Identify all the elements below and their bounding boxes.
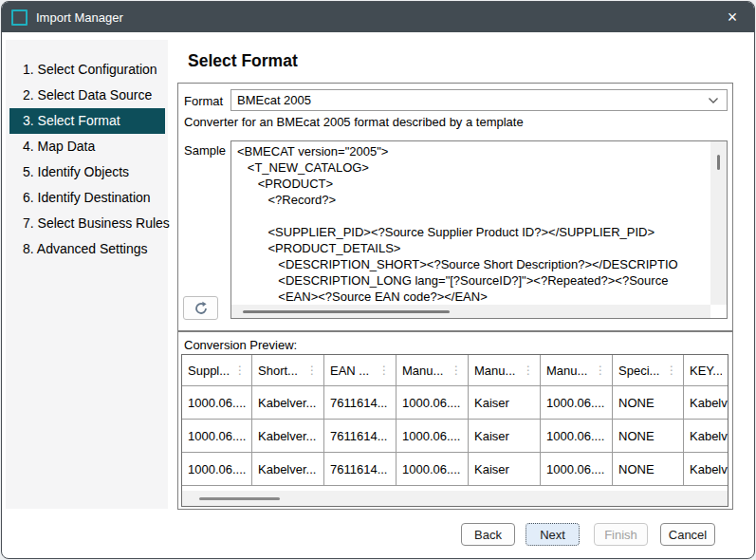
table-cell: Kabelv [684, 386, 728, 419]
column-header-label: KEY... [690, 364, 722, 378]
column-menu-icon[interactable]: ⋮ [591, 365, 606, 375]
sample-horizontal-scrollbar[interactable] [231, 305, 710, 318]
sidebar-item-select-data-source[interactable]: 2. Select Data Source [9, 83, 165, 108]
refresh-icon [194, 301, 209, 316]
titlebar[interactable]: Import Manager × [2, 2, 754, 32]
sample-line: <BMECAT version="2005"> [237, 143, 710, 159]
chevron-down-icon [708, 97, 719, 104]
table-row[interactable]: 1000.06.... Kabelver... 7611614... 1000.… [182, 453, 728, 486]
table-cell: Kaiser [469, 386, 541, 419]
sample-line: <DESCRIPTION_LONG lang="[?SourceID?]"><?… [237, 272, 710, 289]
page-title: Select Format [188, 51, 298, 71]
column-header-label: Manu... [402, 364, 447, 378]
table-cell: 1000.06.... [396, 453, 469, 485]
sidebar-item-identify-objects[interactable]: 5. Identify Objects [9, 159, 165, 185]
sidebar-item-select-configuration[interactable]: 1. Select Configuration [9, 57, 165, 83]
column-header[interactable]: Speci...⋮ [613, 355, 684, 385]
table-header-row: Suppl...⋮ Short...⋮ EAN ...⋮ Manu...⋮ Ma… [182, 355, 728, 386]
table-cell: 7611614... [324, 453, 396, 485]
table-cell: 7611614... [324, 386, 396, 419]
cancel-button[interactable]: Cancel [660, 523, 715, 546]
sample-label: Sample [184, 143, 226, 158]
sidebar-item-advanced-settings[interactable]: 8. Advanced Settings [9, 236, 165, 262]
sidebar-item-identify-destination[interactable]: 6. Identify Destination [9, 185, 165, 211]
table-row[interactable]: 1000.06.... Kabelver... 7611614... 1000.… [182, 420, 728, 453]
scrollbar-thumb[interactable] [199, 497, 280, 500]
close-icon[interactable]: × [710, 2, 754, 32]
column-header-label: Manu... [546, 364, 591, 378]
table-cell: 1000.06.... [182, 386, 252, 419]
sample-line: <EAN><?Source EAN code?></EAN> [237, 289, 710, 305]
column-header[interactable]: EAN ...⋮ [324, 355, 396, 385]
table-cell: Kabelver... [252, 453, 324, 485]
import-manager-dialog: Import Manager × 1. Select Configuration… [1, 1, 755, 559]
table-cell: 1000.06.... [182, 420, 252, 452]
next-button[interactable]: Next [526, 523, 580, 546]
sidebar-item-map-data[interactable]: 4. Map Data [9, 134, 165, 159]
column-header[interactable]: Short...⋮ [252, 355, 324, 385]
table-cell: NONE [613, 386, 684, 419]
back-button[interactable]: Back [461, 523, 515, 546]
scrollbar-thumb[interactable] [717, 155, 720, 170]
sample-line: <DESCRIPTION_SHORT><?Source Short Descri… [237, 256, 710, 272]
conversion-preview-group: Conversion Preview: Suppl...⋮ Short...⋮ … [177, 331, 733, 510]
table-cell: Kabelver... [252, 386, 324, 419]
column-menu-icon[interactable]: ⋮ [662, 365, 677, 375]
column-menu-icon[interactable]: ⋮ [230, 365, 246, 375]
column-menu-icon[interactable]: ⋮ [303, 365, 318, 375]
column-header-label: Speci... [618, 364, 662, 378]
table-cell: Kaiser [469, 453, 541, 485]
sample-line: <?Record?> [237, 192, 710, 208]
column-header[interactable]: Manu...⋮ [469, 355, 541, 385]
sidebar-item-select-format[interactable]: 3. Select Format [9, 108, 165, 134]
column-menu-icon[interactable]: ⋮ [447, 365, 462, 375]
table-row[interactable]: 1000.06.... Kabelver... 7611614... 1000.… [182, 386, 728, 420]
format-value: BMEcat 2005 [231, 93, 708, 107]
app-icon [11, 9, 28, 26]
format-description: Converter for an BMEcat 2005 format desc… [184, 115, 524, 129]
column-header-label: Manu... [474, 364, 519, 378]
column-header[interactable]: Manu...⋮ [541, 355, 613, 385]
table-horizontal-scrollbar[interactable] [182, 491, 728, 506]
refresh-button[interactable] [183, 296, 218, 320]
conversion-preview-label: Conversion Preview: [184, 338, 297, 352]
table-cell: 1000.06.... [396, 386, 469, 419]
sample-preview[interactable]: <BMECAT version="2005"> <T_NEW_CATALOG> … [230, 140, 728, 319]
table-cell: 1000.06.... [182, 453, 252, 485]
sample-line: <PRODUCT> [237, 176, 710, 192]
column-menu-icon[interactable]: ⋮ [375, 365, 390, 375]
sample-vertical-scrollbar[interactable] [710, 141, 727, 305]
column-menu-icon[interactable]: ⋮ [519, 365, 534, 375]
scrollbar-thumb[interactable] [243, 310, 450, 313]
sample-line: <PRODUCT_DETAILS> [237, 240, 710, 256]
table-cell: Kabelv [684, 420, 728, 452]
table-cell: 1000.06.... [541, 386, 613, 419]
column-header[interactable]: KEY... [684, 355, 728, 385]
format-dropdown[interactable]: BMEcat 2005 [230, 89, 728, 111]
wizard-step-list: 1. Select Configuration 2. Select Data S… [6, 40, 168, 509]
column-header-label: Suppl... [188, 364, 230, 378]
sample-line: <SUPPLIER_PID><?Source Supplier Product … [237, 224, 710, 240]
window-title: Import Manager [36, 10, 123, 25]
finish-button: Finish [594, 523, 648, 546]
table-cell: Kaiser [469, 420, 541, 452]
table-cell: NONE [613, 453, 684, 485]
table-cell: 1000.06.... [541, 453, 613, 485]
table-cell: Kabelv [684, 453, 728, 485]
table-cell: Kabelver... [252, 420, 324, 452]
table-cell: 7611614... [324, 420, 396, 452]
sidebar-item-select-business-rules[interactable]: 7. Select Business Rules [9, 211, 165, 236]
preview-table: Suppl...⋮ Short...⋮ EAN ...⋮ Manu...⋮ Ma… [181, 354, 728, 507]
sample-line [237, 208, 710, 224]
table-cell: 1000.06.... [541, 420, 613, 452]
table-cell: NONE [613, 420, 684, 452]
table-cell: 1000.06.... [396, 420, 469, 452]
column-header-label: EAN ... [330, 364, 375, 378]
format-label: Format [184, 94, 223, 108]
column-header[interactable]: Manu...⋮ [396, 355, 469, 385]
format-group: Format BMEcat 2005 Converter for an BMEc… [177, 83, 733, 331]
sample-text: <BMECAT version="2005"> <T_NEW_CATALOG> … [231, 141, 710, 305]
sample-line: <T_NEW_CATALOG> [237, 159, 710, 176]
column-header-label: Short... [258, 364, 303, 378]
column-header[interactable]: Suppl...⋮ [182, 355, 252, 385]
